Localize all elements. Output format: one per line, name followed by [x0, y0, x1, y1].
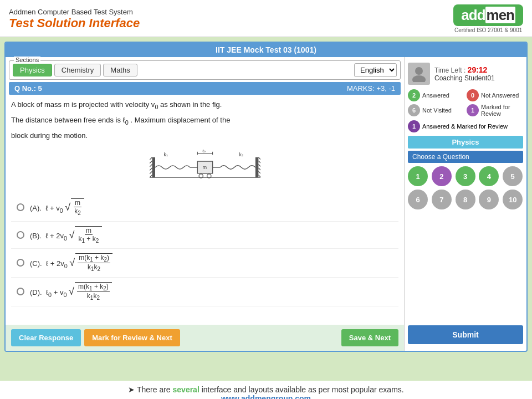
option-row-d[interactable]: (D). ℓ0 + v0 √ m(k1 + k2)k1k2: [11, 278, 398, 306]
student-name: Coaching Student01: [434, 74, 495, 82]
clear-response-button[interactable]: Clear Response: [11, 329, 81, 346]
time-left-row: Time Left : 29:12: [434, 65, 495, 74]
svg-line-2: [150, 161, 152, 163]
status-not-answered: 0 Not Answered: [467, 89, 523, 101]
question-header: Q No.: 5 MARKS: +3, -1: [9, 82, 401, 95]
svg-point-28: [412, 75, 426, 82]
sections-tabs: Physics Chemistry Maths English: [13, 63, 397, 77]
q-btn-2[interactable]: 2: [432, 166, 452, 186]
svg-point-27: [415, 67, 423, 75]
question-number: Q No.: 5: [14, 84, 42, 93]
q-btn-6[interactable]: 6: [408, 190, 428, 209]
q-btn-4[interactable]: 4: [479, 166, 499, 186]
status-marked: 1 Marked for Review: [467, 104, 523, 117]
not-answered-badge: 0: [467, 89, 479, 101]
option-radio-b[interactable]: [17, 231, 24, 239]
option-row-c[interactable]: (C). ℓ + 2v0 √ m(k1 + k2)k1k2: [11, 249, 398, 278]
mark-review-button[interactable]: Mark for Review & Next: [84, 329, 180, 346]
option-row-a[interactable]: (A). ℓ + v0 √ mk2: [11, 194, 398, 221]
svg-line-1: [150, 157, 152, 160]
section-tab-physics[interactable]: Physics: [13, 64, 52, 76]
answered-marked-badge: 1: [408, 120, 420, 132]
svg-rect-0: [152, 157, 155, 177]
question-grid: 1 2 3 4 5 6 7 8 9 10: [408, 166, 523, 209]
answered-badge: 2: [408, 89, 420, 101]
save-next-button[interactable]: Save & Next: [341, 329, 398, 346]
logo-area: addmen Certified ISO 27001 & 9001: [453, 4, 523, 33]
student-info: Time Left : 29:12 Coaching Student01: [408, 60, 523, 89]
choose-question-label: Choose a Question: [408, 151, 523, 163]
option-label-c: (C). ℓ + 2v0 √ m(k1 + k2)k1k2: [30, 253, 112, 273]
answered-marked-row: 1 Answered & Marked for Review: [408, 120, 523, 132]
question-text-3: block during the motion.: [11, 130, 398, 141]
footer-url: www.addmengroup.com: [9, 394, 523, 399]
app-title: Addmen Computer Based Test System: [9, 8, 140, 16]
q-btn-10[interactable]: 10: [503, 190, 523, 209]
footer: ➤ There are several interface and layout…: [0, 381, 532, 399]
sections-legend: Sections: [14, 57, 40, 63]
not-visited-label: Not Visited: [422, 107, 452, 114]
section-tab-chemistry[interactable]: Chemistry: [54, 64, 101, 76]
inner-box: IIT JEE Mock Test 03 (1001) Sections Phy…: [4, 42, 528, 352]
svg-rect-16: [255, 157, 258, 177]
test-title-bar: IIT JEE Mock Test 03 (1001): [6, 43, 526, 57]
svg-line-4: [150, 168, 152, 171]
svg-text:k₁: k₁: [163, 152, 167, 157]
sections-wrapper: Sections Physics Chemistry Maths English: [9, 60, 401, 80]
svg-text:m: m: [202, 165, 207, 170]
left-panel: Sections Physics Chemistry Maths English…: [6, 57, 405, 351]
status-legend: 2 Answered 0 Not Answered 6 Not Visited …: [408, 89, 523, 117]
right-panel: Time Left : 29:12 Coaching Student01 2 A…: [405, 57, 526, 351]
bottom-buttons: Clear Response Mark for Review & Next Sa…: [6, 325, 404, 351]
section-header: Physics: [408, 136, 523, 149]
q-btn-3[interactable]: 3: [456, 166, 475, 186]
marked-badge: 1: [467, 104, 479, 116]
submit-button[interactable]: Submit: [408, 325, 523, 344]
option-label-d: (D). ℓ0 + v0 √ m(k1 + k2)k1k2: [30, 282, 112, 301]
status-answered: 2 Answered: [408, 89, 464, 101]
question-marks: MARKS: +3, -1: [347, 84, 395, 93]
certified-text: Certified ISO 27001 & 9001: [454, 27, 522, 33]
q-btn-9[interactable]: 9: [479, 190, 499, 209]
q-btn-7[interactable]: 7: [432, 190, 452, 209]
not-visited-badge: 6: [408, 104, 420, 116]
main-container: IIT JEE Mock Test 03 (1001) Sections Phy…: [0, 37, 532, 381]
not-answered-label: Not Answered: [481, 92, 519, 99]
page-title: Test Solution Interface: [9, 16, 140, 30]
svg-line-17: [258, 157, 260, 160]
q-btn-5[interactable]: 5: [503, 166, 523, 186]
option-label-a: (A). ℓ + v0 √ mk2: [30, 198, 84, 216]
options-list: (A). ℓ + v0 √ mk2: [11, 194, 398, 306]
q-btn-8[interactable]: 8: [456, 190, 475, 209]
language-select[interactable]: English: [354, 63, 397, 77]
avatar: [408, 63, 430, 85]
header-left: Addmen Computer Based Test System Test S…: [9, 8, 140, 30]
svg-line-5: [150, 171, 152, 174]
option-radio-c[interactable]: [17, 259, 24, 267]
top-header: Addmen Computer Based Test System Test S…: [0, 0, 532, 37]
svg-line-19: [258, 165, 260, 167]
time-value: 29:12: [468, 65, 488, 74]
q-btn-1[interactable]: 1: [408, 166, 428, 186]
svg-text:ℓ₀: ℓ₀: [202, 149, 205, 154]
option-radio-d[interactable]: [17, 288, 24, 295]
svg-line-20: [258, 168, 260, 171]
content-area: Sections Physics Chemistry Maths English…: [6, 57, 526, 351]
question-text-2: The distance between free ends is ℓ0 . M…: [11, 115, 398, 127]
section-tab-maths[interactable]: Maths: [103, 64, 137, 76]
question-body: A block of mass m is projected with velo…: [6, 95, 404, 325]
question-text-1: A block of mass m is projected with velo…: [11, 99, 398, 111]
footer-text: ➤ There are several interface and layout…: [9, 385, 523, 394]
option-row-b[interactable]: (B). ℓ + 2v0 √ mk1 + k2: [11, 222, 398, 249]
option-radio-a[interactable]: [17, 203, 24, 211]
option-label-b: (B). ℓ + 2v0 √ mk1 + k2: [30, 226, 102, 244]
time-left-label: Time Left :: [434, 66, 466, 74]
svg-line-21: [258, 171, 260, 174]
figure-area: k₁ m: [11, 145, 398, 190]
timer-info: Time Left : 29:12 Coaching Student01: [434, 65, 495, 82]
answered-marked-label: Answered & Marked for Review: [422, 123, 508, 130]
status-not-visited: 6 Not Visited: [408, 104, 464, 117]
spring-svg: k₁ m: [150, 145, 260, 190]
marked-label: Marked for Review: [481, 104, 523, 117]
svg-line-18: [258, 161, 260, 163]
